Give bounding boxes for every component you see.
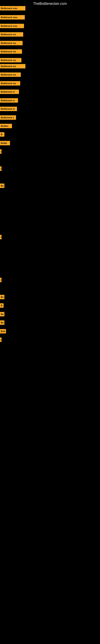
bottleneck-item: Bottleneck res — [0, 32, 23, 37]
bottleneck-item: Bottleneck resu — [0, 24, 24, 28]
bottleneck-item: | — [0, 166, 1, 171]
bottleneck-item: Bo — [0, 312, 4, 316]
bottleneck-item: Bottleneck res — [0, 49, 22, 54]
bottleneck-item: Bottlen — [0, 124, 12, 128]
bottleneck-item: | — [0, 235, 1, 239]
bottleneck-item: | — [0, 278, 1, 282]
bottleneck-item: Bottleneck re — [0, 98, 18, 103]
bottleneck-item: Bottleneck res — [0, 41, 23, 45]
bottleneck-item: Bottleneck res — [0, 81, 20, 86]
bottleneck-item: | — [0, 149, 1, 154]
bottleneck-item: Bott — [0, 329, 6, 334]
bottleneck-item: Bottleneck re — [0, 107, 17, 111]
bottleneck-item: Bo — [0, 320, 4, 325]
bottleneck-item: Bottleneck resu — [0, 15, 25, 20]
bottleneck-item: Bottle — [0, 141, 10, 145]
bottleneck-item: Bottleneck res — [0, 64, 25, 68]
bottleneck-item: B — [0, 303, 3, 308]
bottleneck-item: Bo — [0, 295, 4, 299]
bottleneck-item: Bottleneck e — [0, 115, 16, 120]
bottleneck-item: Bottleneck res — [0, 58, 21, 62]
bottleneck-item: Bottleneck resu — [0, 6, 25, 10]
bottleneck-item: B — [0, 132, 4, 137]
bottleneck-item: Bottleneck re — [0, 90, 19, 94]
bottleneck-item: | — [0, 338, 1, 342]
bottleneck-item: Bo — [0, 184, 4, 188]
bottleneck-item: Bottleneck res — [0, 72, 21, 77]
